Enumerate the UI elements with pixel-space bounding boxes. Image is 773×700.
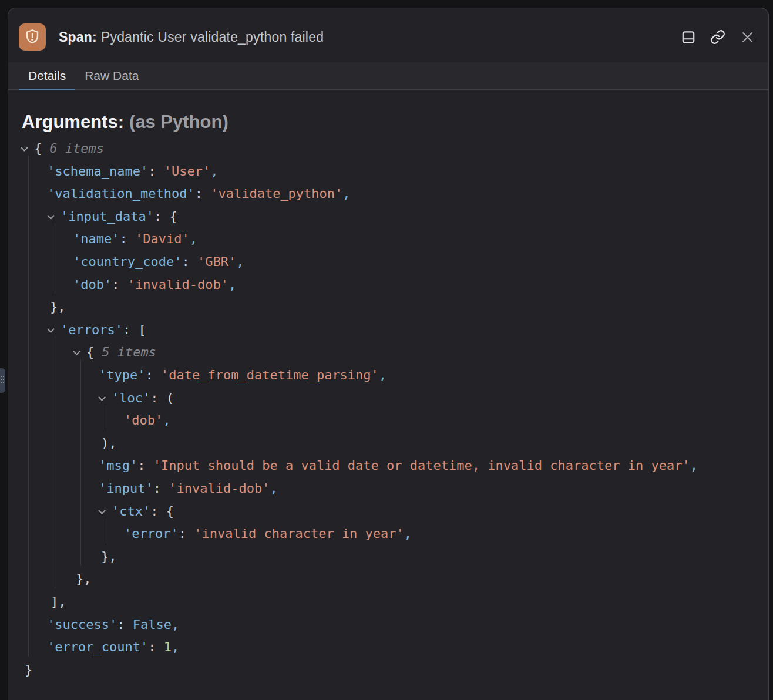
code-row: 'ctx': { — [8, 500, 768, 523]
code-row: 'error': 'invalid character in year', — [8, 523, 768, 546]
code-row: 'country_code': 'GBR', — [8, 251, 768, 274]
chevron-down-icon[interactable] — [21, 144, 28, 152]
panel-header: Span:Pydantic User validate_python faile… — [8, 8, 768, 62]
code-row: 'dob', — [8, 409, 768, 432]
chevron-down-icon[interactable] — [47, 325, 55, 333]
code-row: 'schema_name': 'User', — [8, 160, 768, 183]
page-title: Span:Pydantic User validate_python faile… — [59, 29, 324, 45]
code-row: 'error_count': 1, — [8, 636, 768, 659]
code-row: 'type': 'date_from_datetime_parsing', — [8, 364, 768, 387]
code-row: 'errors': [ — [8, 319, 768, 342]
code-row: 'name': 'David', — [8, 228, 768, 251]
code-row: 'dob': 'invalid-dob', — [8, 274, 768, 297]
chevron-down-icon[interactable] — [47, 212, 55, 220]
header-actions — [679, 28, 759, 46]
code-row: 'msg': 'Input should be a valid date or … — [8, 455, 768, 477]
tab-details[interactable]: Details — [19, 62, 75, 90]
code-row: ], — [8, 591, 768, 614]
chevron-down-icon[interactable] — [98, 393, 106, 401]
chevron-down-icon[interactable] — [98, 507, 106, 514]
code-row: {6 items — [8, 137, 768, 160]
code-row: }, — [8, 546, 768, 568]
code-row: 'loc': ( — [8, 387, 768, 410]
link-icon[interactable] — [708, 28, 727, 46]
code-row: 'input_data': { — [8, 206, 768, 228]
drag-handle-icon — [1, 376, 5, 385]
span-name: Pydantic User validate_python failed — [101, 29, 324, 45]
tab-bar: Details Raw Data — [8, 62, 768, 90]
code-row: }, — [8, 568, 768, 591]
span-detail-panel: Span:Pydantic User validate_python faile… — [8, 8, 769, 700]
dock-bottom-icon[interactable] — [679, 28, 698, 46]
code-row: 'success': False, — [8, 614, 768, 637]
arguments-heading: Arguments:(as Python) — [22, 110, 768, 134]
close-icon[interactable] — [738, 28, 757, 46]
code-row: } — [8, 659, 768, 682]
details-content: Arguments:(as Python) {6 items'schema_na… — [8, 110, 768, 681]
code-row: {5 items — [8, 341, 768, 364]
code-row: 'validation_method': 'validate_python', — [8, 183, 768, 206]
shield-alert-icon — [19, 23, 46, 51]
code-row: ), — [8, 432, 768, 455]
code-tree: {6 items'schema_name': 'User','validatio… — [8, 137, 768, 681]
arguments-format-label: (as Python) — [129, 112, 228, 132]
chevron-down-icon[interactable] — [73, 348, 80, 356]
code-row: 'input': 'invalid-dob', — [8, 477, 768, 500]
span-label: Span: — [59, 29, 97, 45]
code-row: }, — [8, 296, 768, 319]
panel-drag-handle[interactable] — [0, 368, 5, 393]
tab-raw-data[interactable]: Raw Data — [75, 62, 148, 90]
